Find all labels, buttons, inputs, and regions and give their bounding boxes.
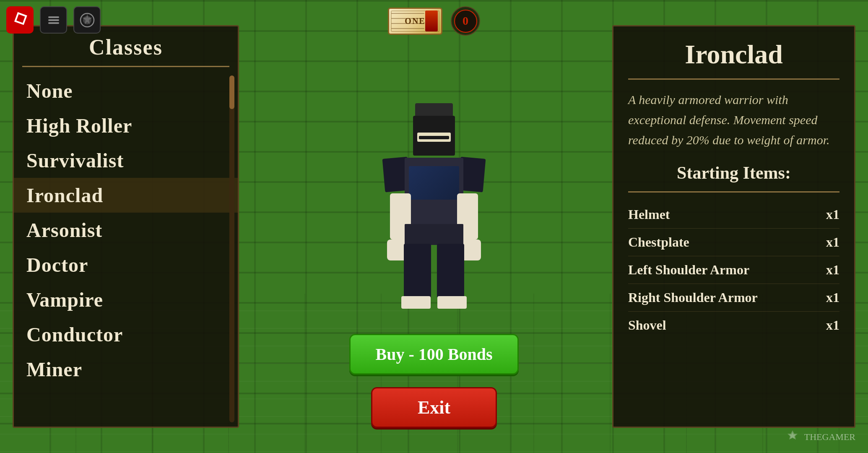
item-name-right-shoulder: Right Shoulder Armor [628,290,758,305]
class-description: A heavily armored warrior with exception… [628,90,839,150]
bond-ticket [388,8,442,35]
svg-rect-4 [48,22,59,24]
char-visor-slit [419,136,449,139]
class-item-vampire[interactable]: Vampire [14,282,238,317]
buy-button[interactable]: Buy - 100 Bonds [349,334,519,375]
item-qty-right-shoulder: x1 [826,290,839,305]
watermark-text: THEGAMER [804,432,855,443]
class-item-miner[interactable]: Miner [14,352,238,387]
starting-items-title: Starting Items: [628,163,839,183]
scrollbar-thumb[interactable] [229,76,234,109]
bond-count-value: 0 [463,14,468,28]
classes-list: None High Roller Survivalist Ironclad Ar… [14,71,238,427]
svg-rect-2 [48,16,59,18]
item-name-shovel: Shovel [628,318,666,333]
character-figure [367,116,501,309]
class-item-none[interactable]: None [14,73,238,108]
char-waist [405,224,463,245]
roblox-icon[interactable] [6,6,34,34]
char-torso [405,158,463,225]
info-divider-1 [628,78,839,80]
item-name-left-shoulder: Left Shoulder Armor [628,262,749,278]
class-item-doctor[interactable]: Doctor [14,247,238,282]
class-item-arsonist[interactable]: Arsonist [14,213,238,247]
class-item-ironclad[interactable]: Ironclad [14,178,238,213]
top-left-hud [6,6,101,34]
badge-icon[interactable] [73,6,101,34]
bond-count-container: 0 [451,6,480,36]
top-hud: 0 [388,6,480,36]
item-qty-helmet: x1 [826,207,839,222]
item-name-chestplate: Chestplate [628,234,689,250]
watermark: THEGAMER [785,430,855,445]
selected-class-name: Ironclad [628,39,839,70]
char-foot-left [401,296,431,309]
item-row-right-shoulder: Right Shoulder Armor x1 [628,284,839,312]
info-panel: Ironclad A heavily armored warrior with … [612,25,855,428]
class-item-high-roller[interactable]: High Roller [14,108,238,143]
item-qty-shovel: x1 [826,318,839,333]
item-row-left-shoulder: Left Shoulder Armor x1 [628,256,839,284]
item-row-helmet: Helmet x1 [628,201,839,229]
scrollbar[interactable] [229,76,234,422]
classes-divider [22,66,229,67]
exit-button[interactable]: Exit [371,387,497,428]
menu-icon[interactable] [40,6,67,34]
char-torso-design [409,166,459,200]
character-area: Buy - 100 Bonds Exit [245,42,623,428]
char-foot-right [437,296,467,309]
item-qty-chestplate: x1 [826,234,839,250]
item-row-shovel: Shovel x1 [628,312,839,339]
char-leg-left [404,244,431,298]
item-row-chestplate: Chestplate x1 [628,229,839,256]
item-name-helmet: Helmet [628,207,670,222]
class-item-survivalist[interactable]: Survivalist [14,143,238,178]
item-qty-left-shoulder: x1 [826,262,839,278]
svg-rect-3 [48,19,59,21]
class-item-conductor[interactable]: Conductor [14,317,238,352]
char-head [413,116,455,156]
char-leg-right [437,244,464,298]
info-divider-2 [628,191,839,193]
thegamer-icon [785,430,800,445]
bond-count-badge: 0 [454,10,477,33]
classes-panel: Classes None High Roller Survivalist Iro… [13,25,239,428]
